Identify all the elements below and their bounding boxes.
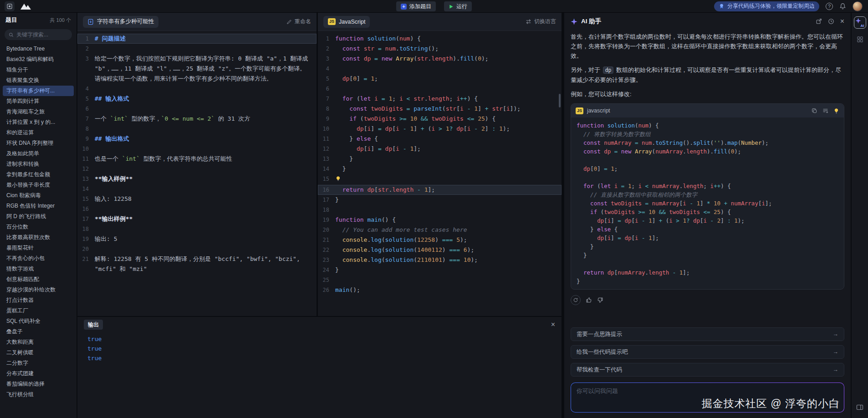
panel-toggle-icon[interactable] (856, 404, 863, 413)
sidebar-item[interactable]: 拿到最多红包金额 (3, 169, 74, 180)
ai-suggestion[interactable]: 需要一点思路提示 (571, 327, 844, 341)
app-logo[interactable] (5, 1, 15, 11)
search-box[interactable] (5, 29, 72, 40)
code-line[interactable]: 23 console.log(solution(2110101) === 10)… (318, 255, 562, 265)
problem-line[interactable]: 10 (77, 144, 317, 154)
code-line[interactable]: 14 } (318, 164, 562, 174)
switch-language-button[interactable]: 切换语言 (526, 18, 556, 25)
code-action-lightbulb-icon[interactable] (335, 175, 342, 185)
code-line[interactable]: 9 if (twoDigits >= 10 && twoDigits <= 25… (318, 114, 562, 124)
code-line[interactable]: 15 (318, 174, 562, 185)
problem-line[interactable]: 8 (77, 124, 317, 134)
sidebar-item[interactable]: 猫鱼分干 (3, 65, 74, 75)
code-line[interactable]: 11 } else { (318, 134, 562, 144)
sidebar-item[interactable]: 链表聚集交换 (3, 75, 74, 86)
problem-line[interactable]: 17**输出样例** (77, 214, 317, 224)
code-scrollbar[interactable] (559, 94, 561, 107)
problem-line[interactable]: 19输出: 5 (77, 234, 317, 244)
output-close-icon[interactable] (551, 321, 555, 328)
problem-line[interactable]: 16 (77, 204, 317, 214)
thumbs-up-icon[interactable] (586, 297, 592, 303)
thumbs-down-icon[interactable] (597, 297, 603, 303)
sidebar-item[interactable]: 猜数字游戏 (3, 264, 74, 274)
code-line[interactable]: 17} (318, 195, 562, 205)
problem-line[interactable]: 14 (77, 184, 317, 194)
sidebar-item[interactable]: 进制求和转换 (3, 159, 74, 169)
code-line[interactable]: 2 const str = num.toString(); (318, 44, 562, 54)
problem-line[interactable]: 1# 问题描述 (77, 34, 317, 44)
ai-assistant-icon[interactable]: AI (854, 16, 866, 29)
problem-editor[interactable]: 1# 问题描述23给定一个数字，我们按照如下规则把它翻译为字符串: 0 翻译成 … (77, 31, 317, 316)
lightbulb-icon[interactable] (833, 108, 839, 114)
problem-line[interactable]: 13**输入样例** (77, 174, 317, 184)
problem-line[interactable]: 2 (77, 44, 317, 54)
brand-logo[interactable] (20, 3, 32, 10)
bell-icon[interactable] (839, 3, 846, 10)
apps-icon[interactable] (857, 36, 863, 44)
sidebar-item[interactable]: 计算位置 x 到 y 的... (3, 117, 74, 127)
share-badge[interactable]: 分享代码练习体验，领限量定制周边 (714, 1, 819, 11)
problem-line[interactable]: 11也是一个 `int` 型数字，代表字符串的总共可能性 (77, 154, 317, 164)
output-tab[interactable]: 输出 (84, 320, 103, 330)
sidebar-item[interactable]: 环状 DNA 序列整理 (3, 138, 74, 148)
regenerate-icon[interactable] (571, 295, 581, 305)
ai-close-icon[interactable] (840, 18, 844, 25)
sidebar-item[interactable]: 和的逆运算 (3, 127, 74, 138)
sidebar-item[interactable]: 大数和距离 (3, 337, 74, 347)
code-line[interactable]: 21 console.log(solution(12258) === 5); (318, 235, 562, 245)
ai-question-input[interactable] (577, 387, 817, 408)
sidebar-item[interactable]: 青海湖租车之旅 (3, 107, 74, 117)
problem-line[interactable]: 6 (77, 104, 317, 114)
code-line[interactable]: 12 dp[i] = dp[i - 1]; (318, 144, 562, 154)
sidebar-item[interactable]: 暴雨梨花针 (3, 243, 74, 253)
language-tab[interactable]: JS JavaScript (323, 16, 370, 28)
sidebar-item[interactable]: Base32 编码和解码 (3, 54, 74, 65)
code-line[interactable]: 25 (318, 275, 562, 285)
code-line[interactable]: 24} (318, 265, 562, 275)
code-line[interactable]: 13 } (318, 154, 562, 164)
problem-line[interactable]: 12 (77, 164, 317, 174)
sidebar-item[interactable]: 创意标题匹配 (3, 274, 74, 285)
code-editor[interactable]: 1function solution(num) {2 const str = n… (318, 31, 562, 316)
problem-title-chip[interactable]: 字符串有多少种可能性 (83, 16, 158, 28)
problem-line[interactable]: 3给定一个数字，我们按照如下规则把它翻译为字符串: 0 翻译成 "a"，1 翻译… (77, 54, 317, 84)
sidebar-item[interactable]: 阿 D 的飞行路线 (3, 211, 74, 222)
sidebar-item[interactable]: 飞行棋分组 (3, 389, 74, 400)
code-line[interactable]: 8 const twoDigits = parseInt(str[i - 1] … (318, 104, 562, 114)
code-line[interactable]: 22 console.log(solution(1400112) === 6); (318, 245, 562, 255)
sidebar-item[interactable]: 百分位数 (3, 222, 74, 232)
sidebar-item[interactable]: 及格如此简单 (3, 148, 74, 159)
sidebar-item[interactable]: 不再贪心的小包 (3, 253, 74, 264)
sidebar-item[interactable]: 叠盘子 (3, 326, 74, 337)
code-line[interactable]: 5 dp[0] = 1; (318, 74, 562, 84)
sidebar-item[interactable]: 穿越沙漠的补给次数 (3, 285, 74, 295)
sidebar-item[interactable]: 字符串有多少种可... (3, 86, 74, 96)
problem-line[interactable]: 5## 输入格式 (77, 94, 317, 104)
sidebar-item[interactable]: 二叉树供暖 (3, 347, 74, 358)
help-icon[interactable] (826, 3, 833, 10)
code-line[interactable]: 7 for (let i = 1; i < str.length; i++) { (318, 94, 562, 104)
sidebar-item[interactable]: 番茄编辑的选择 (3, 379, 74, 389)
add-problem-button[interactable]: 添加题目 (396, 1, 436, 11)
ai-suggestion[interactable]: 帮我检查一下代码 (571, 363, 844, 377)
code-line[interactable]: 1function solution(num) { (318, 34, 562, 44)
sidebar-item[interactable]: 简单四则计算 (3, 96, 74, 107)
rename-button[interactable]: 重命名 (286, 18, 311, 25)
run-button[interactable]: 运行 (444, 1, 472, 11)
problem-line[interactable]: 18 (77, 224, 317, 234)
sidebar-item[interactable]: 二分数字 (3, 358, 74, 368)
sidebar-item[interactable]: 比赛最高获胜次数 (3, 232, 74, 243)
problem-line[interactable]: 15输入: 12258 (77, 194, 317, 204)
copy-icon[interactable] (812, 108, 817, 114)
code-line[interactable]: 3 const dp = new Array(str.length).fill(… (318, 54, 562, 64)
sidebar-item[interactable]: 分布式团建 (3, 368, 74, 379)
sidebar-item[interactable]: Bytedance Tree (3, 44, 74, 54)
sidebar-item[interactable]: Cion 勒索病毒 (3, 190, 74, 201)
code-line[interactable]: 6 (318, 84, 562, 94)
problem-line[interactable]: 21解释: 12258 有 5 种不同的翻译，分别是 "bccfi", "bwf… (77, 254, 317, 274)
search-input[interactable] (16, 31, 68, 38)
problem-line[interactable]: 20 (77, 244, 317, 254)
problem-line[interactable]: 7一个 `int` 型的数字，`0 <= num <= 2` 的 31 次方 (77, 114, 317, 124)
sidebar-item[interactable]: 打点计数器 (3, 295, 74, 306)
code-line[interactable]: 16 return dp[str.length - 1]; (318, 185, 562, 195)
